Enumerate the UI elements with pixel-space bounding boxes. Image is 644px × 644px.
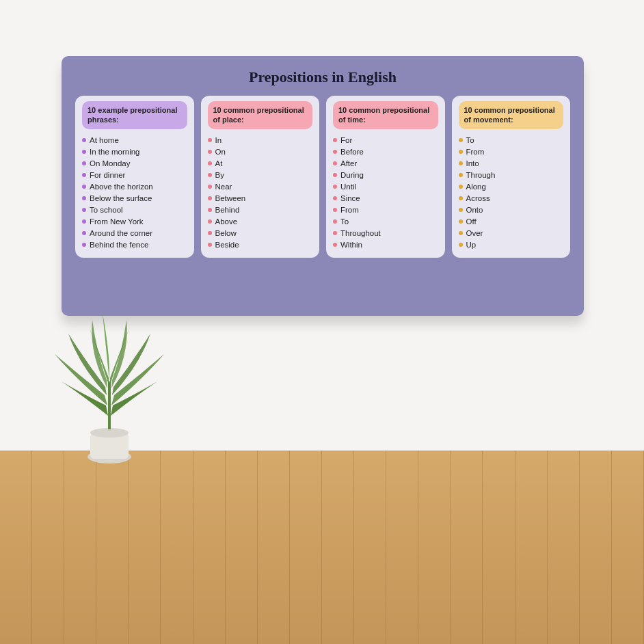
bullet-icon xyxy=(82,150,86,154)
list-item: Beside xyxy=(208,239,313,251)
list-item-text: From New York xyxy=(90,217,144,226)
list-item: To xyxy=(459,135,564,146)
list-item-text: Below the surface xyxy=(90,194,152,202)
list-item: On Monday xyxy=(82,158,187,170)
list-item: Through xyxy=(459,170,564,181)
floor xyxy=(0,451,644,644)
bullet-icon xyxy=(82,173,86,177)
bullet-icon xyxy=(459,161,463,165)
list-item-text: After xyxy=(340,159,357,167)
list-item-text: From xyxy=(340,206,359,214)
bullet-icon xyxy=(82,185,86,189)
list-item-text: Throughout xyxy=(340,229,381,237)
list-item: Above xyxy=(208,216,313,228)
bullet-icon xyxy=(208,196,212,200)
list-item-text: By xyxy=(215,171,224,179)
bullet-icon xyxy=(333,208,337,212)
list-item: Behind xyxy=(208,204,313,216)
bullet-icon xyxy=(208,173,212,177)
bullet-icon xyxy=(333,161,337,165)
list-item-text: For dinner xyxy=(90,171,125,179)
list-item-text: Within xyxy=(340,241,362,249)
column-col-3: 10 common prepositional of time:ForBefor… xyxy=(326,96,445,258)
list-item: To xyxy=(333,216,438,228)
column-list-2: InOnAtByNearBetweenBehindAboveBelowBesid… xyxy=(208,135,313,251)
list-item-text: Off xyxy=(466,217,477,226)
list-item: Before xyxy=(333,146,438,158)
list-item: At xyxy=(208,158,313,170)
list-item-text: During xyxy=(340,171,364,179)
bullet-icon xyxy=(333,231,337,235)
bullet-icon xyxy=(82,208,86,212)
bullet-icon xyxy=(208,208,212,212)
column-list-1: At homeIn the morningOn MondayFor dinner… xyxy=(82,135,187,251)
bullet-icon xyxy=(333,138,337,142)
bullet-icon xyxy=(208,138,212,142)
list-item: In xyxy=(208,135,313,146)
bullet-icon xyxy=(208,150,212,154)
list-item: Across xyxy=(459,193,564,204)
columns-row: 10 example prepositional phrases:At home… xyxy=(75,96,570,258)
list-item-text: Around the corner xyxy=(90,229,152,237)
list-item: For dinner xyxy=(82,170,187,181)
list-item-text: Up xyxy=(466,241,477,249)
list-item: Along xyxy=(459,181,564,193)
list-item: For xyxy=(333,135,438,146)
list-item-text: Along xyxy=(466,183,486,191)
list-item-text: Between xyxy=(215,194,246,202)
list-item: From xyxy=(459,146,564,158)
list-item: Within xyxy=(333,239,438,251)
list-item: During xyxy=(333,170,438,181)
list-item-text: Until xyxy=(340,183,356,191)
list-item: From xyxy=(333,204,438,216)
column-list-3: ForBeforeAfterDuringUntilSinceFromToThro… xyxy=(333,135,438,251)
list-item-text: Over xyxy=(466,229,483,237)
column-col-2: 10 common prepositional of place:InOnAtB… xyxy=(201,96,320,258)
plant-svg xyxy=(41,258,178,470)
room: Prepositions in English 10 example prepo… xyxy=(0,0,644,644)
list-item: Near xyxy=(208,181,313,193)
bullet-icon xyxy=(208,243,212,247)
column-list-4: ToFromIntoThroughAlongAcrossOntoOffOverU… xyxy=(459,135,564,251)
list-item: Over xyxy=(459,228,564,239)
list-item: On xyxy=(208,146,313,158)
bullet-icon xyxy=(459,185,463,189)
column-header-4: 10 common prepositional of movement: xyxy=(459,101,564,129)
list-item-text: In xyxy=(215,136,222,144)
list-item: Above the horizon xyxy=(82,181,187,193)
list-item-text: At xyxy=(215,159,223,167)
svg-point-2 xyxy=(90,428,129,438)
list-item-text: From xyxy=(466,148,485,156)
list-item: Up xyxy=(459,239,564,251)
bullet-icon xyxy=(333,219,337,224)
bullet-icon xyxy=(208,161,212,165)
bullet-icon xyxy=(459,231,463,235)
list-item: To school xyxy=(82,204,187,216)
bullet-icon xyxy=(208,231,212,235)
list-item: Until xyxy=(333,181,438,193)
list-item-text: Since xyxy=(340,194,360,202)
list-item: From New York xyxy=(82,216,187,228)
bullet-icon xyxy=(82,219,86,224)
list-item-text: Behind the fence xyxy=(90,241,148,249)
bullet-icon xyxy=(208,219,212,224)
bullet-icon xyxy=(459,196,463,200)
list-item-text: On Monday xyxy=(90,159,130,167)
list-item-text: To xyxy=(466,136,474,144)
bullet-icon xyxy=(82,231,86,235)
list-item-text: Near xyxy=(215,183,232,191)
list-item-text: To xyxy=(340,217,349,226)
column-header-2: 10 common prepositional of place: xyxy=(208,101,313,129)
bullet-icon xyxy=(333,150,337,154)
list-item-text: Across xyxy=(466,194,490,202)
list-item: Below xyxy=(208,228,313,239)
bullet-icon xyxy=(82,138,86,142)
bullet-icon xyxy=(82,243,86,247)
list-item: At home xyxy=(82,135,187,146)
poster-title: Prepositions in English xyxy=(75,68,570,86)
list-item-text: Above xyxy=(215,217,238,226)
bullet-icon xyxy=(208,185,212,189)
bullet-icon xyxy=(333,243,337,247)
bullet-icon xyxy=(459,173,463,177)
bullet-icon xyxy=(459,150,463,154)
